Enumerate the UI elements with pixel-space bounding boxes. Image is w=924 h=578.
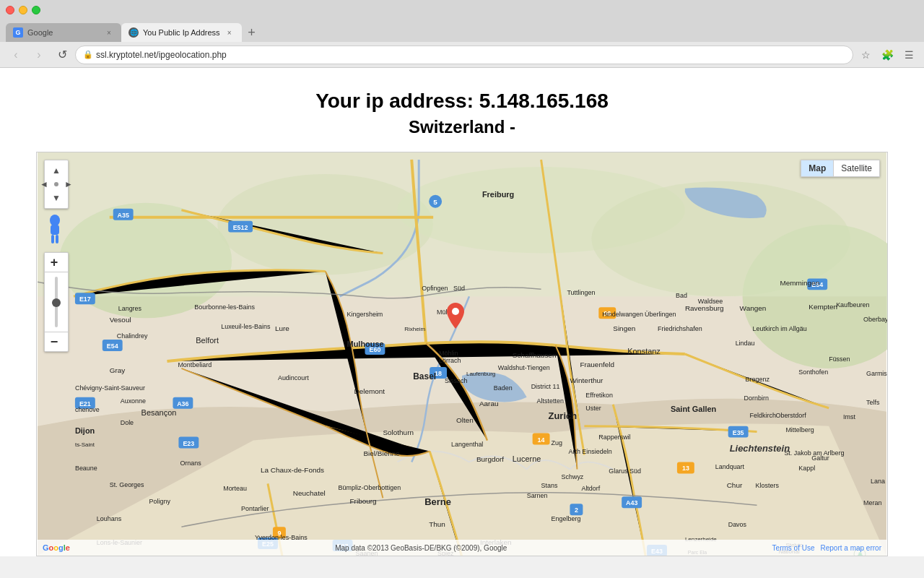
svg-text:Tuttlingen: Tuttlingen [567,289,595,296]
terms-of-use-link[interactable]: Terms of Use [772,544,815,552]
tab-bar: G Google × 🌐 You Public Ip Address × + [0,20,924,42]
svg-text:Waldshut-Tiengen: Waldshut-Tiengen [498,364,550,371]
svg-text:Winterthur: Winterthur [570,376,603,384]
pan-left-arrow[interactable]: ◄ [40,179,48,189]
svg-text:Singen: Singen [613,324,635,332]
svg-rect-234 [51,225,59,235]
svg-text:Memmingen: Memmingen [780,279,819,287]
menu-button[interactable]: ☰ [899,46,918,64]
svg-text:Zurich: Zurich [549,410,578,421]
map-type-satellite[interactable]: Satellite [833,160,880,177]
svg-text:Montbeliard: Montbeliard [178,361,212,368]
svg-text:Süd: Süd [453,285,465,292]
svg-text:Kempten: Kempten [808,303,837,311]
svg-text:Sissach: Sissach [445,377,467,384]
svg-text:Bümpliz-Oberbottigen: Bümpliz-Oberbottigen [339,484,401,491]
svg-text:Telfs: Telfs [866,399,880,406]
google-logo: Google [43,543,70,552]
svg-text:Mittelberg: Mittelberg [785,426,814,434]
svg-text:Bourbonne-les-Bains: Bourbonne-les-Bains [194,303,255,311]
svg-text:Bregenz: Bregenz [746,376,770,383]
svg-text:Schaffhausen: Schaffhausen [513,351,557,359]
tab-ip-close[interactable]: × [225,27,235,38]
svg-text:District 11: District 11 [531,383,560,390]
svg-text:Poligny: Poligny [149,498,171,505]
svg-text:Berne: Berne [424,496,451,507]
svg-text:Chalindrey: Chalindrey [117,332,148,340]
map-container[interactable]: A35 E17 E512 5 E60 18 98 [36,152,888,556]
tab-google[interactable]: G Google × [6,23,121,42]
svg-text:Kingersheim: Kingersheim [347,311,383,318]
page-header: Your ip address: 5.148.165.168 Switzerla… [0,68,924,152]
zoom-handle[interactable] [52,298,61,307]
svg-text:Schwyz: Schwyz [562,473,584,480]
svg-text:Klosters: Klosters [756,482,780,489]
svg-text:Garmisch-Parten: Garmisch-Parten [866,370,887,377]
map-footer: Google Map data ©2013 GeoBasis-DE/BKG (©… [37,540,887,556]
svg-text:5: 5 [433,198,437,206]
url-text: ssl.kryptotel.net/ipgeolocation.php [96,50,227,60]
map-pan-control[interactable]: ▲ ◄ ► ▼ [44,160,69,209]
svg-text:Morteau: Morteau [223,485,247,492]
map-type-map[interactable]: Map [801,160,833,177]
svg-text:Olten: Olten [456,416,474,424]
svg-text:Belfort: Belfort [196,336,219,345]
extensions-button[interactable]: 🧩 [878,46,897,64]
map-marker [447,303,464,332]
svg-text:chenove: chenove [75,406,100,413]
report-map-error-link[interactable]: Report a map error [821,544,881,552]
svg-text:E17: E17 [79,296,91,303]
svg-text:Langenthal: Langenthal [451,441,483,448]
svg-text:Lörrach: Lörrach [439,357,461,364]
zoom-in-button[interactable]: + [45,253,64,272]
svg-text:Langres: Langres [118,305,142,312]
svg-text:Opfingen: Opfingen [422,285,448,292]
map-type-buttons: Map Satellite [801,160,880,177]
svg-text:Gray: Gray [110,366,126,374]
pan-center[interactable] [54,182,58,186]
minimize-button[interactable] [19,6,27,14]
svg-text:A35: A35 [117,212,128,219]
svg-text:Überlingen: Überlingen [645,311,676,318]
pan-right-arrow[interactable]: ► [64,179,73,189]
svg-text:Füssen: Füssen [829,355,850,363]
nav-bar: ‹ › ↺ 🔒 ssl.kryptotel.net/ipgeolocation.… [0,42,924,68]
maximize-button[interactable] [32,6,40,14]
new-tab-button[interactable]: + [242,23,262,42]
pan-down-arrow[interactable]: ▼ [52,193,61,203]
svg-text:Konstanz: Konstanz [627,347,661,355]
back-button[interactable]: ‹ [6,45,26,65]
svg-text:Galtur: Galtur [811,454,829,462]
svg-text:Waldsee: Waldsee [698,298,723,305]
bookmark-button[interactable]: ☆ [856,46,875,64]
svg-text:Oberstdorf: Oberstdorf [775,412,806,419]
tab-ip[interactable]: 🌐 You Public Ip Address × [121,23,242,42]
svg-text:Imst: Imst [843,413,855,420]
svg-text:Friedrichshafen: Friedrichshafen [658,325,702,332]
svg-text:Vesoul: Vesoul [110,316,131,324]
svg-text:Landquart: Landquart [715,463,745,470]
close-button[interactable] [6,6,14,14]
street-view-icon[interactable] [46,215,64,243]
svg-text:Lure: Lure [275,324,289,332]
map-zoom-control[interactable]: + − [44,252,69,352]
address-bar[interactable]: 🔒 ssl.kryptotel.net/ipgeolocation.php [75,46,853,64]
map-copyright: Map data ©2013 GeoBasis-DE/BKG (©2009), … [335,544,507,552]
svg-text:Chur: Chur [727,481,743,489]
ip-favicon: 🌐 [128,27,139,38]
svg-text:Fribourg: Fribourg [350,497,377,505]
tab-google-close[interactable]: × [104,27,114,38]
reload-button[interactable]: ↺ [52,45,72,65]
svg-text:Chévigny-Saint-Sauveur: Chévigny-Saint-Sauveur [75,384,145,392]
svg-rect-6 [38,152,886,296]
svg-text:Besançon: Besançon [141,408,177,417]
zoom-slider[interactable] [55,277,58,327]
zoom-out-button[interactable]: − [45,332,64,351]
svg-text:Thun: Thun [429,520,445,528]
pan-up-arrow[interactable]: ▲ [52,165,61,176]
forward-button[interactable]: › [29,45,49,65]
svg-rect-235 [51,235,54,243]
svg-text:E512: E512 [233,224,248,231]
svg-rect-236 [56,235,58,243]
svg-text:Liechtenstein: Liechtenstein [730,443,790,454]
